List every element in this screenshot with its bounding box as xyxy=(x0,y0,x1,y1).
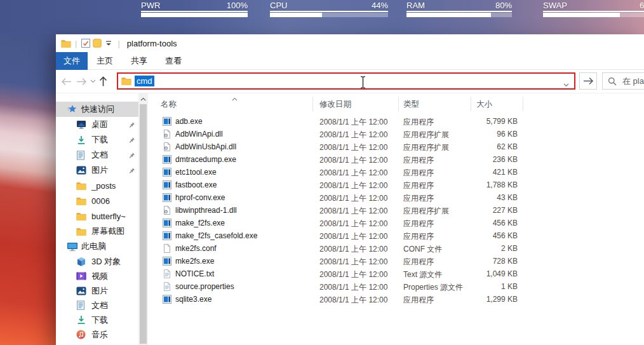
file-name: source.properties xyxy=(175,282,234,291)
download-icon xyxy=(76,135,86,145)
separator: | xyxy=(75,39,77,48)
file-name: dmtracedump.exe xyxy=(175,155,236,164)
file-name: libwinpthread-1.dll xyxy=(175,206,237,215)
qat-new-folder-icon[interactable] xyxy=(91,37,103,50)
column-separator[interactable] xyxy=(523,97,523,111)
column-header-date[interactable]: 修改日期 xyxy=(319,99,351,110)
text-file-icon xyxy=(163,269,171,278)
file-row[interactable]: dmtracedump.exe2008/1/1 上午 12:00应用程序236 … xyxy=(161,153,529,166)
file-name: etc1tool.exe xyxy=(175,168,217,177)
file-row[interactable]: mke2fs.conf2008/1/1 上午 12:00CONF 文件2 KB xyxy=(161,242,529,255)
sidebar-item-0006[interactable]: 0006 xyxy=(56,193,138,208)
file-row[interactable]: hprof-conv.exe2008/1/1 上午 12:00应用程序43 KB xyxy=(161,191,529,204)
back-button[interactable] xyxy=(60,75,72,88)
file-row[interactable]: NOTICE.txt2008/1/1 上午 12:00Text 源文件1,049… xyxy=(161,267,529,280)
search-box[interactable] xyxy=(602,72,644,90)
sidebar-item-documents[interactable]: 文档 xyxy=(56,147,138,163)
address-bar-input[interactable]: cmd xyxy=(117,72,575,90)
file-row[interactable]: mke2fs.exe2008/1/1 上午 12:00应用程序728 KB xyxy=(161,255,529,267)
sidebar-item-pictures[interactable]: 图片 xyxy=(56,163,138,178)
sidebar-item-downloads[interactable]: 下载 xyxy=(56,132,138,147)
file-type: 应用程序扩展 xyxy=(403,142,449,153)
tab-share[interactable]: 共享 xyxy=(122,52,156,70)
folder-icon xyxy=(76,227,86,236)
scrollbar-up-arrow-icon[interactable] xyxy=(138,95,148,103)
sidebar-item-butterfly[interactable]: butterfly~ xyxy=(56,208,138,224)
recent-locations-dropdown[interactable] xyxy=(89,75,97,88)
file-row[interactable]: adb.exe2008/1/1 上午 12:00应用程序5,799 KB xyxy=(161,115,529,128)
sidebar-item-downloads[interactable]: 下载 xyxy=(56,313,138,327)
tab-file[interactable]: 文件 xyxy=(56,52,88,70)
ribbon-tabs: 文件主页共享查看 xyxy=(56,52,644,70)
file-name: NOTICE.txt xyxy=(175,269,214,278)
sidebar-item-desktop[interactable]: 桌面 xyxy=(56,117,138,132)
file-size: 421 KB xyxy=(444,168,518,177)
column-separator[interactable] xyxy=(312,97,313,111)
qat-folder-icon[interactable] xyxy=(60,37,72,50)
file-type: 应用程序扩展 xyxy=(403,206,449,217)
file-row[interactable]: AdbWinApi.dll2008/1/1 上午 12:00应用程序扩展96 K… xyxy=(161,128,529,140)
sidebar-item-documents[interactable]: 文档 xyxy=(56,298,138,313)
sidebar-item-label: 0006 xyxy=(91,196,110,206)
title-bar: | | platform-tools xyxy=(56,34,644,52)
pin-icon xyxy=(128,121,135,130)
sidebar-item-label: 视频 xyxy=(91,271,108,282)
file-size: 62 KB xyxy=(444,142,518,151)
tab-home[interactable]: 主页 xyxy=(88,52,122,70)
qat-properties-check-icon[interactable] xyxy=(80,37,91,50)
quick-access-star-icon xyxy=(67,104,77,114)
sidebar-section-quick-access[interactable]: 快速访问 xyxy=(56,102,138,117)
file-row[interactable]: make_f2fs_casefold.exe2008/1/1 上午 12:00应… xyxy=(161,229,529,242)
sidebar-item-music[interactable]: 音乐 xyxy=(56,327,138,342)
file-row[interactable]: sqlite3.exe2008/1/1 上午 12:00应用程序1,299 KB xyxy=(161,293,529,306)
sidebar-item-label: 文档 xyxy=(91,149,108,161)
explorer-window: | | platform-tools 文件主页共享查看 cmd xyxy=(56,34,644,345)
folder-icon xyxy=(76,212,86,220)
sidebar-item-screenshots[interactable]: 屏幕截图 xyxy=(56,224,138,239)
sidebar-scrollbar[interactable] xyxy=(138,93,148,345)
qat-customize-dropdown-icon[interactable] xyxy=(103,37,114,50)
sidebar-item-posts[interactable]: _posts xyxy=(56,178,138,193)
file-type: Text 源文件 xyxy=(403,269,442,280)
file-name: mke2fs.conf xyxy=(175,244,217,253)
file-row[interactable]: etc1tool.exe2008/1/1 上午 12:00应用程序421 KB xyxy=(161,166,529,179)
column-header-size[interactable]: 大小 xyxy=(476,99,492,110)
file-name: fastboot.exe xyxy=(175,180,217,189)
file-row[interactable]: source.properties2008/1/1 上午 12:00Proper… xyxy=(161,280,529,293)
sidebar-item-pictures[interactable]: 图片 xyxy=(56,283,138,298)
sidebar-item-label: 桌面 xyxy=(91,119,108,130)
document-icon xyxy=(76,151,85,160)
tab-view[interactable]: 查看 xyxy=(156,52,191,70)
sidebar-item-3d-objects[interactable]: 3D 对象 xyxy=(56,254,138,269)
meter-bar xyxy=(543,13,644,17)
meter-ram: RAM80% xyxy=(406,1,512,17)
sidebar-item-videos[interactable]: 视频 xyxy=(56,269,138,283)
file-type: 应用程序 xyxy=(403,155,434,166)
file-row[interactable]: libwinpthread-1.dll2008/1/1 上午 12:00应用程序… xyxy=(161,204,529,217)
music-icon xyxy=(76,330,86,339)
exe-file-icon xyxy=(163,257,171,266)
sidebar-section-this-pc[interactable]: 此电脑 xyxy=(56,239,138,254)
file-date: 2008/1/1 上午 12:00 xyxy=(319,155,387,166)
column-header-name[interactable]: 名称 xyxy=(161,99,177,110)
download-icon xyxy=(76,315,86,325)
search-input[interactable] xyxy=(621,76,644,86)
file-row[interactable]: AdbWinUsbApi.dll2008/1/1 上午 12:00应用程序扩展6… xyxy=(161,140,529,153)
sidebar-item-partial[interactable] xyxy=(56,342,138,345)
go-to-button[interactable] xyxy=(579,72,597,90)
column-separator[interactable] xyxy=(471,97,471,111)
folder-icon xyxy=(76,197,86,205)
scrollbar-thumb[interactable] xyxy=(140,104,147,344)
forward-button[interactable] xyxy=(75,75,88,88)
file-row[interactable]: fastboot.exe2008/1/1 上午 12:00应用程序1,788 K… xyxy=(161,179,529,191)
meter-label: SWAP xyxy=(543,1,567,10)
up-button[interactable] xyxy=(97,75,109,88)
sidebar-item-label: _posts xyxy=(91,181,116,191)
column-header-type[interactable]: 类型 xyxy=(403,99,419,110)
file-row[interactable]: make_f2fs.exe2008/1/1 上午 12:00应用程序456 KB xyxy=(161,217,529,229)
address-dropdown-chevron-icon[interactable] xyxy=(563,79,569,89)
document-icon xyxy=(76,301,85,310)
address-folder-icon xyxy=(121,77,131,85)
sort-ascending-icon xyxy=(232,94,238,103)
column-separator[interactable] xyxy=(398,97,399,111)
